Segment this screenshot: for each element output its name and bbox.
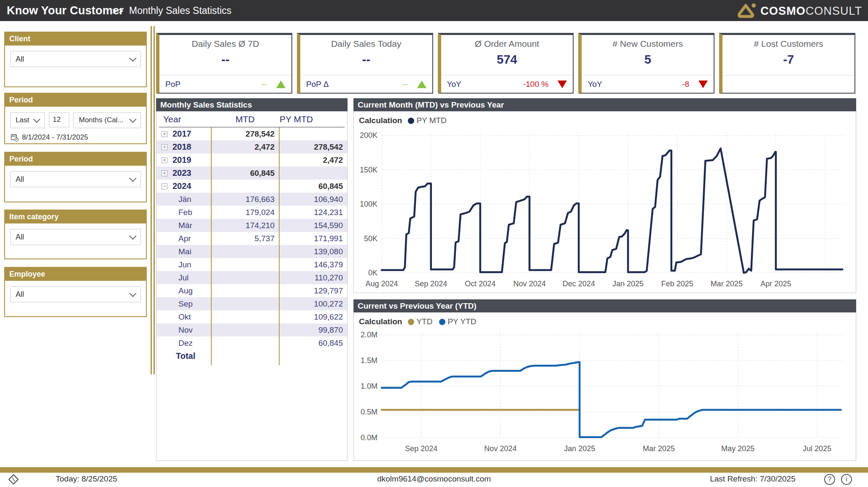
expand-icon[interactable]: + <box>162 170 167 176</box>
filter-client: Client All <box>4 32 147 87</box>
row-label: Mai <box>173 247 211 256</box>
table-row-Okt[interactable]: Okt109,622 <box>156 310 347 323</box>
svg-text:Apr 2025: Apr 2025 <box>760 280 791 288</box>
legend-item-py-mtd[interactable]: PY MTD <box>408 116 446 125</box>
chart1-legend: Calculation PY MTD <box>354 111 856 125</box>
period-dropdown-value: All <box>16 175 24 184</box>
table-column-divider <box>279 127 280 365</box>
svg-text:2.0M: 2.0M <box>361 331 377 339</box>
row-label: Dez <box>173 339 211 348</box>
table-row-Dez[interactable]: Dez60,845 <box>156 336 347 350</box>
column-header-mtd[interactable]: MTD <box>211 114 279 124</box>
kpi-title: # New Customers <box>582 39 714 49</box>
table-row-Nov[interactable]: Nov99,870 <box>156 323 347 336</box>
chevron-down-icon <box>129 116 137 123</box>
kpi-card-daily-sales-today: Daily Sales Today -- PoP Δ-- <box>297 33 433 94</box>
py-mtd-value: 146,379 <box>279 260 347 269</box>
ytd-chart-panel: Current vs Previous Year (YTD) Calculati… <box>353 299 856 461</box>
svg-text:50K: 50K <box>364 234 377 243</box>
kpi-value: -- <box>300 53 432 67</box>
kpi-delta: -100 % <box>523 80 548 89</box>
table-column-divider <box>211 127 212 365</box>
mtd-value: 176,663 <box>211 195 279 204</box>
filter-client-header: Client <box>5 32 146 46</box>
expand-icon[interactable]: + <box>162 157 167 163</box>
ytd-line-chart[interactable]: 0.0M0.5M1.0M1.5M2.0MSep 2024Nov 2024Jan … <box>354 326 852 455</box>
svg-text:100K: 100K <box>360 200 377 208</box>
row-label: 2024 <box>173 181 211 191</box>
employee-dropdown[interactable]: All <box>10 286 141 302</box>
mtd-value: 2,472 <box>211 143 279 152</box>
legend-caption: Calculation <box>359 116 402 125</box>
mtd-value: 5,737 <box>211 234 279 243</box>
svg-text:Jan 2025: Jan 2025 <box>612 280 644 288</box>
py-mtd-value: 110,270 <box>279 273 347 283</box>
item-category-dropdown[interactable]: All <box>10 229 141 245</box>
sidebar-divider <box>151 26 152 374</box>
kpi-card-lost-customers: # Lost Customers -7 <box>719 33 855 94</box>
top-header: Know Your Customer >> Monthly Sales Stat… <box>0 0 868 21</box>
breadcrumb: Monthly Sales Statistics <box>129 5 232 16</box>
svg-text:Feb 2025: Feb 2025 <box>661 280 693 288</box>
table-header-row: Year MTD PY MTD <box>156 111 347 127</box>
row-label: Nov <box>173 326 211 335</box>
svg-text:May 2025: May 2025 <box>721 444 755 453</box>
expand-icon[interactable]: + <box>162 131 167 137</box>
table-row-Mai[interactable]: Mai139,080 <box>156 245 347 258</box>
kpi-row: Daily Sales Ø 7D -- PoP-- Daily Sales To… <box>156 33 855 94</box>
py-mtd-value: 109,622 <box>279 312 347 322</box>
table-row-2023[interactable]: +202360,845 <box>156 167 347 180</box>
status-bar: Today: 8/25/2025 dkolm9614@cosmoconsult.… <box>0 473 868 487</box>
breadcrumb-separator: >> <box>112 6 124 16</box>
row-label: 2017 <box>173 129 211 139</box>
employee-dropdown-value: All <box>16 290 24 299</box>
table-row-Aug[interactable]: Aug129,797 <box>156 284 347 297</box>
svg-text:Sep 2024: Sep 2024 <box>405 444 437 453</box>
legend-item-py-ytd[interactable]: PY YTD <box>439 317 476 326</box>
mtd-line-chart[interactable]: 0K50K100K150K200KAug 2024Sep 2024Oct 202… <box>354 125 852 291</box>
table-row-2017[interactable]: +2017278,542 <box>156 127 347 140</box>
table-row-Jän[interactable]: Jän176,663106,940 <box>156 193 347 206</box>
period-unit-dropdown[interactable]: Months (Cal... <box>73 112 141 128</box>
row-label: Total <box>173 351 211 361</box>
kpi-title: Daily Sales Ø 7D <box>159 39 291 49</box>
table-row-Apr[interactable]: Apr5,737171,991 <box>156 232 347 245</box>
legend-item-ytd[interactable]: YTD <box>408 317 432 326</box>
chevron-down-icon <box>129 290 137 297</box>
table-panel-title: Monthly Sales Statistics <box>156 98 348 111</box>
table-row-Jun[interactable]: Jun146,379 <box>156 258 347 271</box>
info-icon[interactable]: i <box>841 474 852 485</box>
table-row-2018[interactable]: +20182,472278,542 <box>156 140 347 153</box>
help-icon[interactable]: ? <box>824 474 835 485</box>
column-header-year[interactable]: Year <box>156 114 211 124</box>
period-number-input[interactable] <box>49 112 69 127</box>
client-dropdown[interactable]: All <box>10 51 141 67</box>
period-operator-dropdown[interactable]: Last <box>10 112 45 128</box>
trend-arrow-icon <box>276 81 286 88</box>
svg-text:150K: 150K <box>360 166 377 174</box>
table-row-Jul[interactable]: Jul110,270 <box>156 271 347 284</box>
legend-dot-icon <box>408 118 414 124</box>
last-refresh: Last Refresh: 7/30/2025 <box>710 474 795 484</box>
client-dropdown-value: All <box>16 55 24 64</box>
table-row-Sep[interactable]: Sep100,272 <box>156 297 347 310</box>
kpi-card-new-customers: # New Customers 5 YoY-8 <box>578 33 714 94</box>
kpi-footer-label: PoP Δ <box>306 80 329 89</box>
table-row-Total[interactable]: Total <box>156 350 347 363</box>
kpi-title: Ø Order Amount <box>441 39 573 49</box>
filter-employee: Employee All <box>4 267 147 317</box>
svg-text:Mar 2025: Mar 2025 <box>643 444 675 453</box>
row-label: 2019 <box>173 155 211 165</box>
table-row-Feb[interactable]: Feb179,024124,231 <box>156 206 347 219</box>
table-row-2024[interactable]: −202460,845 <box>156 180 347 193</box>
table-row-2019[interactable]: +20192,472 <box>156 153 347 167</box>
collapse-icon[interactable]: − <box>162 183 167 189</box>
py-mtd-value: 60,845 <box>279 182 347 191</box>
column-header-py-mtd[interactable]: PY MTD <box>279 114 347 124</box>
expand-icon[interactable]: + <box>162 144 167 150</box>
period-dropdown[interactable]: All <box>10 171 141 187</box>
py-mtd-value: 154,590 <box>279 221 347 230</box>
table-row-Mär[interactable]: Mär174,210154,590 <box>156 219 347 232</box>
mtd-value: 179,024 <box>211 208 279 217</box>
kpi-value: -- <box>159 53 291 67</box>
